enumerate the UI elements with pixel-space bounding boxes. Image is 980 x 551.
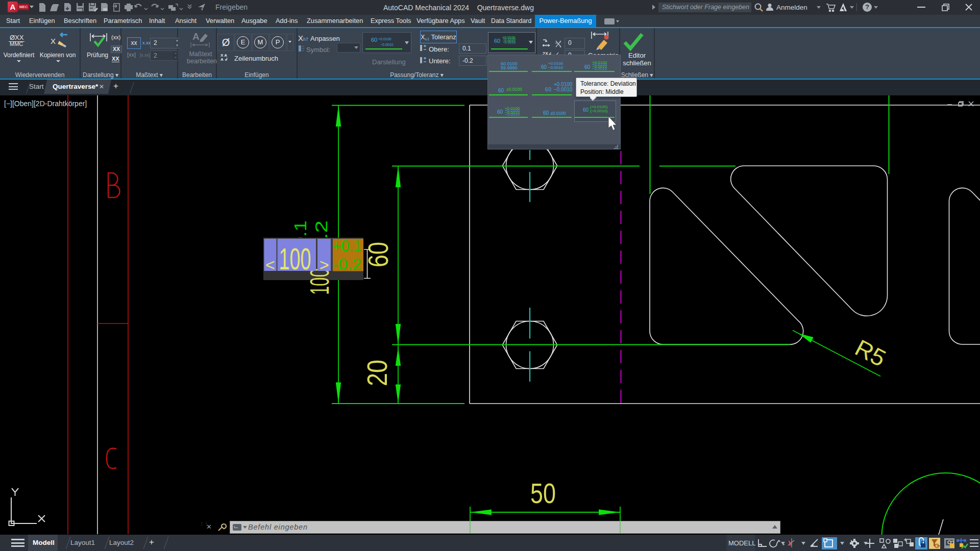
- svg-text:>: >: [320, 256, 329, 274]
- svg-text:x: x: [559, 40, 561, 43]
- svg-text:R5: R5: [851, 334, 890, 372]
- svg-text:60: 60: [362, 242, 394, 267]
- svg-text:20: 20: [361, 360, 393, 386]
- svg-text:[−][Oben][2D-Drahtkörper]: [−][Oben][2D-Drahtkörper]: [4, 99, 87, 108]
- svg-text:50: 50: [530, 477, 556, 509]
- svg-text:<: <: [265, 256, 275, 274]
- svg-text:-0.2: -0.2: [333, 255, 361, 273]
- svg-text:100: 100: [279, 242, 311, 276]
- svg-text:x: x: [546, 43, 548, 47]
- svg-text:+0.1: +0.1: [333, 237, 361, 255]
